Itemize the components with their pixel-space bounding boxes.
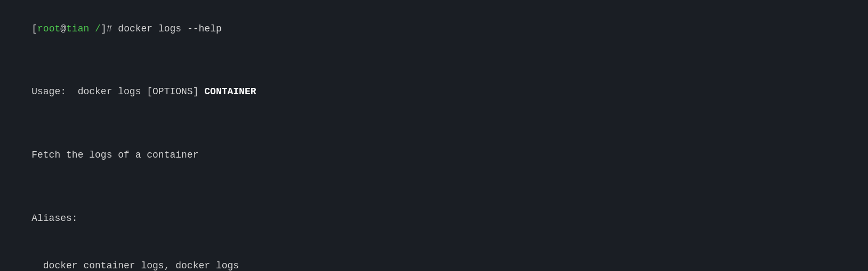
prompt-at: @ [60,23,66,34]
bracket-open: [ [31,23,37,34]
usage-text: Usage: docker logs [OPTIONS] [31,86,204,97]
container-keyword: CONTAINER [204,86,256,97]
terminal-window: [root@tian /]# docker logs --help Usage:… [9,5,859,271]
usage-line: Usage: docker logs [OPTIONS] CONTAINER [9,69,859,116]
empty-line-3 [9,179,859,195]
aliases-header: Aliases: [9,195,859,242]
command-text: docker logs --help [118,23,221,34]
bracket-close: ] [101,23,107,34]
aliases-content: docker container logs, docker logs [9,242,859,271]
aliases-text: docker container logs, docker logs [31,260,239,271]
prompt-root: root [37,23,60,34]
command-line: [root@tian /]# docker logs --help [9,5,859,53]
description-line: Fetch the logs of a container [9,132,859,179]
prompt-host: tian [66,23,89,34]
empty-line-1 [9,53,859,69]
prompt-dir: / [95,23,101,34]
aliases-label: Aliases: [31,213,77,224]
empty-line-2 [9,116,859,132]
prompt-hash: # [107,23,118,34]
prompt-space [89,23,95,34]
description-text: Fetch the logs of a container [31,150,198,160]
